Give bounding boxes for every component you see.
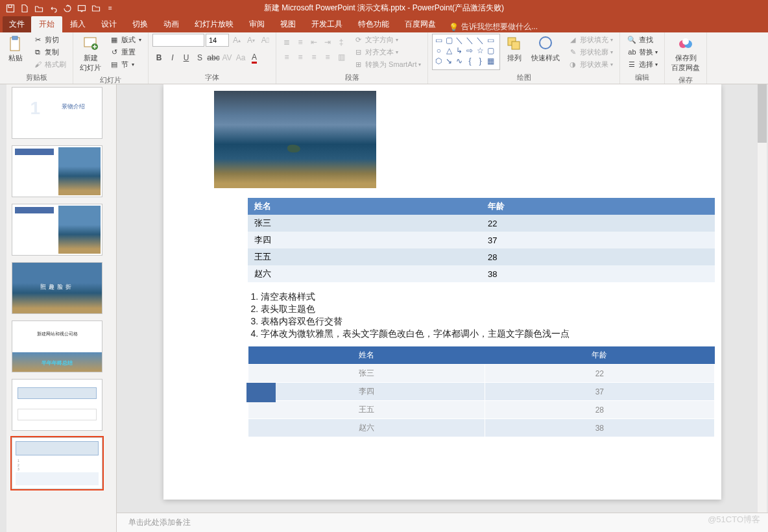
svg-rect-8 [512, 42, 520, 49]
tell-me-box[interactable]: 💡 告诉我您想要做什么... [444, 21, 543, 32]
select-label: 选择 [639, 60, 653, 69]
slide-thumb-current[interactable]: 1234 [12, 437, 102, 489]
cut-button[interactable]: ✂剪切 [30, 34, 69, 45]
justify-button[interactable]: ≡ [321, 51, 334, 64]
shape-fill-button[interactable]: ◢形状填充▾ [565, 34, 616, 45]
shadow-button[interactable]: S [193, 51, 206, 64]
format-painter-button[interactable]: 🖌格式刷 [30, 58, 69, 70]
slide-canvas[interactable]: 姓名年龄 张三22 李四37 王五28 赵六38 清空表格样式 表头取主题色 表… [163, 84, 721, 500]
layout-button[interactable]: ▦版式▾ [106, 34, 144, 45]
smartart-icon: ⊞ [353, 59, 363, 69]
list-item: 清空表格样式 [261, 291, 721, 303]
vertical-scrollbar[interactable] [758, 84, 767, 513]
tab-baidu[interactable]: 百度网盘 [397, 16, 444, 32]
drawing-group-label: 绘图 [432, 71, 616, 84]
clear-format-icon[interactable]: A⃠ [259, 34, 272, 47]
underline-button[interactable]: U [180, 51, 193, 64]
notes-pane[interactable]: 单击此处添加备注 [117, 513, 768, 532]
replace-button[interactable]: ab替换▾ [624, 46, 660, 58]
new-file-icon[interactable] [18, 2, 31, 15]
tab-view[interactable]: 视图 [272, 16, 304, 32]
notes-placeholder: 单击此处添加备注 [128, 518, 191, 527]
copy-button[interactable]: ⧉复制 [30, 46, 69, 58]
tab-home[interactable]: 开始 [31, 16, 62, 32]
arrange-button[interactable]: 排列 [503, 34, 526, 64]
paste-label: 粘贴 [8, 53, 23, 63]
shape-outline-button[interactable]: ✎形状轮廓▾ [565, 46, 616, 58]
undo-icon[interactable] [47, 2, 60, 15]
td: 王五 [248, 401, 485, 419]
save-cloud-button[interactable]: 保存到 百度网盘 [669, 34, 702, 74]
replace-icon: ab [627, 47, 637, 57]
case-button[interactable]: Aa [234, 51, 247, 64]
tab-insert[interactable]: 插入 [62, 16, 93, 32]
increase-indent-button[interactable]: ⇥ [321, 36, 334, 49]
slide-thumb[interactable]: 景物介绍1 [12, 87, 102, 139]
quick-styles-button[interactable]: 快速样式 [529, 34, 562, 64]
line-spacing-button[interactable]: ‡ [335, 36, 348, 49]
tab-review[interactable]: 审阅 [241, 16, 272, 32]
select-icon: ☰ [627, 59, 637, 69]
brush-icon: 🖌 [32, 59, 43, 69]
decrease-indent-button[interactable]: ⇤ [307, 36, 320, 49]
char-spacing-button[interactable]: AV [221, 51, 234, 64]
qat-customize-icon[interactable]: ≡ [104, 2, 117, 15]
slide-thumb[interactable] [12, 204, 102, 256]
slide-thumb[interactable] [12, 379, 102, 431]
quick-label: 快速样式 [531, 53, 560, 63]
increase-font-icon[interactable]: A▴ [230, 34, 243, 47]
new-slide-label: 新建 幻灯片 [80, 53, 101, 73]
textdir-label: 文字方向 [365, 35, 394, 45]
folder-icon[interactable] [90, 2, 102, 15]
bold-button[interactable]: B [152, 51, 165, 64]
new-slide-button[interactable]: 新建 幻灯片 [77, 34, 104, 74]
title-bar: ≡ 新建 Microsoft PowerPoint 演示文稿.pptx - Po… [0, 0, 768, 16]
strike-button[interactable]: abc [207, 51, 220, 64]
table-original[interactable]: 姓名年龄 张三22 李四37 王五28 赵六38 [248, 198, 715, 282]
align-right-button[interactable]: ≡ [307, 51, 320, 64]
decrease-font-icon[interactable]: A▾ [245, 34, 258, 47]
tab-dev[interactable]: 开发工具 [304, 16, 350, 32]
tab-transitions[interactable]: 切换 [125, 16, 156, 32]
scroll-thumb[interactable] [758, 84, 767, 143]
align-left-button[interactable]: ≡ [280, 51, 293, 64]
font-name-input[interactable] [152, 34, 204, 47]
columns-button[interactable]: ▥ [335, 51, 348, 64]
smartart-button[interactable]: ⊞转换为 SmartArt▾ [350, 58, 424, 70]
slideshow-icon[interactable] [75, 2, 88, 15]
section-button[interactable]: ▤节▾ [106, 58, 144, 70]
shape-rectangle[interactable] [246, 383, 276, 402]
save-icon[interactable] [4, 2, 17, 15]
instruction-list[interactable]: 清空表格样式 表头取主题色 表格内容双色行交替 字体改为微软雅黑，表头文字颜色改… [261, 291, 721, 340]
td: 37 [481, 232, 715, 248]
find-button[interactable]: 🔍查找 [624, 34, 660, 45]
paste-button[interactable]: 粘贴 [4, 34, 27, 64]
italic-button[interactable]: I [166, 51, 179, 64]
smartart-label: 转换为 SmartArt [365, 60, 416, 69]
td: 38 [481, 265, 715, 282]
align-text-button[interactable]: ⊟对齐文本▾ [350, 46, 424, 58]
open-icon[interactable] [32, 2, 45, 15]
font-color-button[interactable]: A [248, 51, 261, 64]
align-center-button[interactable]: ≡ [294, 51, 307, 64]
text-direction-icon: ⟳ [353, 34, 363, 45]
slide-image-lake[interactable] [214, 91, 376, 188]
redo-icon[interactable] [61, 2, 74, 15]
shapes-gallery[interactable]: ▭▢＼＼＼▭ ○△↳⇨☆▢ ⬡↘∿{}▦ [432, 34, 500, 70]
text-direction-button[interactable]: ⟳文字方向▾ [350, 34, 424, 45]
tab-special[interactable]: 特色功能 [350, 16, 397, 32]
font-size-input[interactable] [206, 34, 229, 47]
slide-thumb[interactable]: 新建网站和视公司格半年年终总结 [12, 320, 102, 372]
tab-design[interactable]: 设计 [93, 16, 125, 32]
slide-thumb[interactable] [12, 145, 102, 197]
reset-button[interactable]: ↺重置 [106, 46, 144, 58]
tab-file[interactable]: 文件 [3, 16, 31, 32]
select-button[interactable]: ☰选择▾ [624, 58, 660, 70]
bullets-button[interactable]: ≣ [280, 36, 293, 49]
tab-animations[interactable]: 动画 [156, 16, 187, 32]
slide-thumb[interactable]: 照趣脸折 [12, 262, 102, 314]
table-styled[interactable]: 姓名年龄 张三22 李四37 王五28 赵六38 [248, 346, 715, 437]
shape-effects-button[interactable]: ◑形状效果▾ [565, 58, 616, 70]
tab-slideshow[interactable]: 幻灯片放映 [187, 16, 241, 32]
numbering-button[interactable]: ≡ [294, 36, 307, 49]
